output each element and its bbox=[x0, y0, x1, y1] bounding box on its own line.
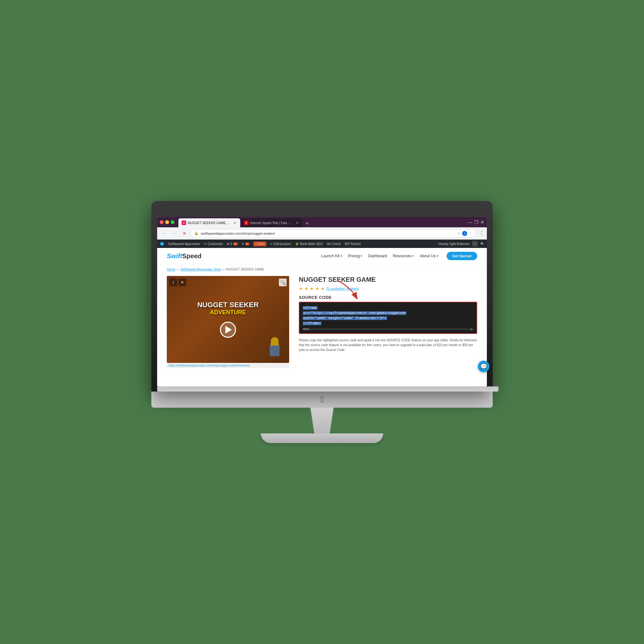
tab-close-2[interactable]: ✕ bbox=[295, 221, 299, 225]
nav-pricing[interactable]: Pricing ▾ bbox=[348, 254, 363, 258]
nav-resources[interactable]: Resources ▾ bbox=[393, 254, 414, 258]
product-page: i ✕ 🔍 NUGGET SEEKER ADVENTURE bbox=[157, 274, 487, 374]
product-title: NUGGET SEEKER GAME bbox=[299, 276, 477, 283]
star-4: ★ bbox=[315, 286, 319, 291]
play-button[interactable] bbox=[220, 322, 236, 338]
address-bar[interactable]: 🔒 swiftspeedappcreator.com/shop/nugget-s… bbox=[191, 229, 476, 238]
site-navigation: Launch Kit ▾ Pricing ▾ Dashboard bbox=[321, 252, 477, 260]
logo-speed: Speed bbox=[182, 252, 202, 260]
address-bar-icons: ☆ I ⋮ bbox=[457, 231, 472, 236]
wp-appcreator-label: Swiftspeed Appcreator bbox=[168, 242, 200, 246]
game-character bbox=[267, 337, 283, 360]
get-started-button[interactable]: Get Started bbox=[447, 252, 477, 260]
code-line-3: width="100%" height="100%" frameborder="… bbox=[303, 316, 473, 321]
toolbar-extras: ⋮ bbox=[479, 230, 484, 236]
apple-logo-icon:  bbox=[320, 394, 324, 405]
scrollbar-thumb bbox=[303, 328, 309, 330]
breadcrumb-shop[interactable]: Swiftspeed Appcreator Shop bbox=[180, 268, 221, 271]
lock-icon: 🔒 bbox=[194, 231, 199, 235]
source-code-box[interactable]: <iframe src="https://swiftspeedappcreato… bbox=[299, 302, 477, 334]
breadcrumb-home[interactable]: Home bbox=[167, 268, 175, 271]
wp-rocket-item[interactable]: WP Rocket bbox=[345, 242, 361, 246]
wp-comments-item[interactable]: ⊕ 3 3 bbox=[227, 242, 238, 246]
search-icon[interactable]: 🔍 bbox=[480, 242, 484, 246]
wp-ad-check-item[interactable]: Ad Check bbox=[327, 242, 341, 246]
game-corner-icons: i ✕ bbox=[169, 279, 186, 286]
tab-bar: S NUGGET SEEKER GAME - Swifts... ✕ F Int… bbox=[178, 217, 467, 227]
admin-avatar[interactable]: I bbox=[472, 241, 478, 247]
wp-comments-icon: ⊕ bbox=[227, 242, 229, 246]
product-url-text: https://swiftspeedappcreator.com/shop/nu… bbox=[169, 364, 250, 367]
code-scrollbar[interactable]: ▶ bbox=[303, 328, 473, 330]
window-controls bbox=[160, 220, 175, 224]
imac-chin:  bbox=[151, 392, 493, 408]
code-highlight-2: src="https://swiftspeedappcreator.com/ga… bbox=[303, 311, 406, 315]
code-highlight-4: </iframe> bbox=[303, 322, 321, 325]
wp-logo-item[interactable]: W bbox=[160, 241, 164, 246]
rank-math-label: Rank Math SEO bbox=[300, 242, 323, 246]
navigation-bar: ← → ✕ 🔒 swiftspeedappcreator.com/shop/nu… bbox=[157, 227, 487, 240]
tab-label-2: Internet Speed Test | Fast.com bbox=[250, 221, 292, 225]
wp-logo-icon: W bbox=[160, 241, 164, 246]
wp-appcreator-item[interactable]: Swiftspeed Appcreator bbox=[168, 242, 200, 246]
magnifier-icon[interactable]: 🔍 bbox=[279, 279, 287, 286]
minimize-icon[interactable]: — bbox=[468, 220, 472, 225]
tab-favicon-2: F bbox=[244, 221, 249, 225]
reload-button[interactable]: ✕ bbox=[180, 229, 189, 238]
wp-rank-math-item[interactable]: ⚡ Rank Math SEO bbox=[295, 242, 323, 246]
breadcrumb-sep2: — bbox=[222, 268, 226, 271]
tab-nugget-seeker[interactable]: S NUGGET SEEKER GAME - Swifts... ✕ bbox=[178, 218, 240, 227]
imac-monitor: S NUGGET SEEKER GAME - Swifts... ✕ F Int… bbox=[145, 201, 499, 443]
wp-customize-label: ✏ Customize bbox=[204, 242, 223, 246]
screen-bottom-bar bbox=[157, 386, 498, 392]
game-title-area: NUGGET SEEKER ADVENTURE bbox=[197, 301, 259, 316]
stand-neck bbox=[303, 408, 341, 433]
wp-customize-item[interactable]: ✏ Customize bbox=[204, 242, 223, 246]
extension-icon[interactable]: ⋮ bbox=[469, 231, 472, 235]
bookmark-icon[interactable]: ☆ bbox=[457, 231, 460, 235]
tab-fast[interactable]: F Internet Speed Test | Fast.com ✕ bbox=[241, 218, 303, 227]
url-text: swiftspeedappcreator.com/shop/nugget-see… bbox=[201, 232, 455, 235]
wp-notifications-item[interactable]: ✦ 1 bbox=[241, 242, 250, 246]
tab-favicon-1: S bbox=[182, 221, 186, 225]
product-info: NUGGET SEEKER GAME ★ ★ ★ ★ ★ (5 customer… bbox=[299, 276, 477, 368]
chat-icon: 💬 bbox=[480, 363, 487, 370]
wp-admin-bar: W Swiftspeed Appcreator ✏ Customize ⊕ 3 … bbox=[157, 240, 487, 248]
profile-icon[interactable]: I bbox=[462, 231, 467, 236]
add-tab-button[interactable]: + bbox=[303, 220, 311, 227]
nav-resources-caret: ▾ bbox=[412, 254, 414, 258]
wp-admin-right: Howdy, light Bulbman I 🔍 bbox=[439, 241, 484, 247]
product-stars: ★ ★ ★ ★ ★ (5 customer reviews) bbox=[299, 286, 477, 291]
restore-icon[interactable]: ❐ bbox=[474, 220, 478, 225]
breadcrumb: Home — Swiftspeed Appcreator Shop — NUGG… bbox=[157, 264, 487, 274]
window-buttons-right: — ❐ ✕ bbox=[468, 220, 484, 225]
back-button[interactable]: ← bbox=[160, 229, 168, 238]
nav-launch-kit-caret: ▾ bbox=[341, 254, 342, 258]
nav-about-us-label: About Us bbox=[420, 254, 435, 258]
tab-label-1: NUGGET SEEKER GAME - Swifts... bbox=[188, 221, 230, 225]
ad-check-label: Ad Check bbox=[327, 242, 341, 246]
minimize-window-button[interactable] bbox=[165, 220, 169, 224]
wp-notifications-badge: 1 bbox=[245, 242, 250, 245]
menu-icon[interactable]: ⋮ bbox=[479, 230, 484, 236]
title-bar: S NUGGET SEEKER GAME - Swifts... ✕ F Int… bbox=[157, 217, 487, 227]
wp-new-item[interactable]: + New bbox=[253, 241, 267, 246]
code-line-4: </iframe> bbox=[303, 321, 473, 326]
star-3: ★ bbox=[310, 286, 314, 291]
scrollbar-end-icon: ▶ bbox=[471, 327, 473, 331]
close-icon[interactable]: ✕ bbox=[480, 220, 484, 225]
site-logo[interactable]: SwiftSpeed bbox=[167, 252, 202, 260]
tab-close-1[interactable]: ✕ bbox=[232, 221, 237, 225]
nav-dashboard[interactable]: Dashboard bbox=[368, 254, 387, 258]
website-content: SwiftSpeed Launch Kit ▾ Pricing ▾ bbox=[157, 248, 487, 386]
close-window-button[interactable] bbox=[160, 220, 164, 224]
maximize-window-button[interactable] bbox=[171, 220, 175, 224]
rank-math-icon: ⚡ bbox=[295, 242, 299, 246]
nav-about-us[interactable]: About Us ▾ bbox=[420, 254, 438, 258]
wp-edit-product-item[interactable]: ✏ Edit product bbox=[270, 242, 291, 246]
site-header: SwiftSpeed Launch Kit ▾ Pricing ▾ bbox=[157, 248, 487, 264]
forward-button[interactable]: → bbox=[170, 229, 178, 238]
review-link[interactable]: (5 customer reviews) bbox=[326, 287, 359, 290]
chat-button[interactable]: 💬 bbox=[478, 361, 487, 372]
nav-launch-kit[interactable]: Launch Kit ▾ bbox=[321, 254, 342, 258]
